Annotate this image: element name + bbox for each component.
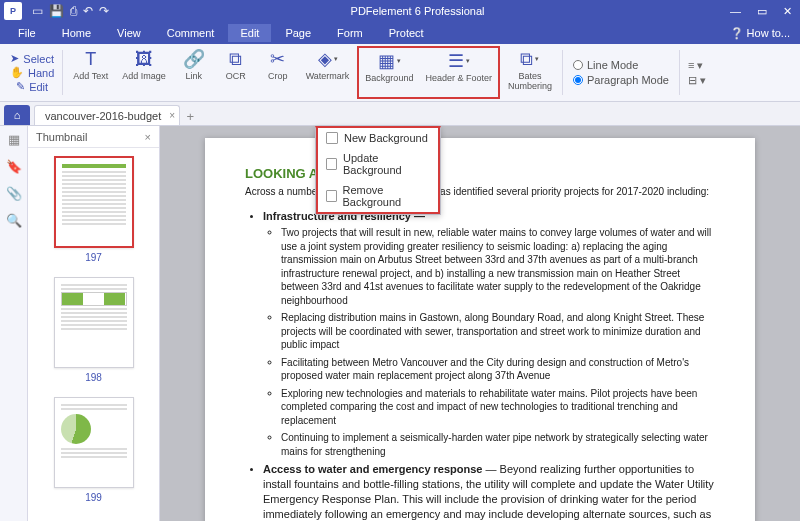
tab-comment[interactable]: Comment <box>155 24 227 42</box>
pencil-icon: ✎ <box>16 80 25 93</box>
print-icon[interactable]: ⎙ <box>70 4 77 18</box>
thumbnail-label: 199 <box>85 492 102 503</box>
pdf-page: LOOKING AHEAD, 2017-2020 Across a number… <box>205 138 755 521</box>
number-list-button[interactable]: ⊟ ▾ <box>688 74 706 87</box>
tab-page[interactable]: Page <box>273 24 323 42</box>
thumbnail-page-199[interactable] <box>54 397 134 488</box>
bates-button[interactable]: ⧉▾Bates Numbering <box>502 46 558 99</box>
thumbnail-label: 197 <box>85 252 102 263</box>
sidebar-rail: ▦ 🔖 📎 🔍 <box>0 126 28 521</box>
home-icon: ⌂ <box>14 109 21 121</box>
thumbnails-icon[interactable]: ▦ <box>8 132 20 147</box>
minimize-button[interactable]: — <box>726 5 745 18</box>
document-tab[interactable]: vancouver-2016-budget× <box>34 105 180 125</box>
titlebar: P ▭ 💾 ⎙ ↶ ↷ PDFelement 6 Professional — … <box>0 0 800 22</box>
doc-icon <box>326 158 337 170</box>
list-options: ≡ ▾ ⊟ ▾ <box>684 46 710 99</box>
tab-protect[interactable]: Protect <box>377 24 436 42</box>
hand-icon: ✋ <box>10 66 24 79</box>
new-tab-button[interactable]: + <box>180 107 200 125</box>
undo-icon[interactable]: ↶ <box>83 4 93 18</box>
cursor-icon: ➤ <box>10 52 19 65</box>
doc-icon <box>326 132 338 144</box>
maximize-button[interactable]: ▭ <box>753 5 771 18</box>
list-item: Exploring new technologies and materials… <box>281 387 715 428</box>
tab-home[interactable]: Home <box>50 24 103 42</box>
text-icon: T <box>80 48 102 70</box>
thumbnail-header: Thumbnail× <box>28 126 159 148</box>
add-text-button[interactable]: TAdd Text <box>67 46 114 99</box>
document-viewport[interactable]: LOOKING AHEAD, 2017-2020 Across a number… <box>160 126 800 521</box>
bates-icon: ⧉▾ <box>519 48 541 70</box>
thumbnail-panel: Thumbnail× 197 198 199 <box>28 126 160 521</box>
bookmarks-icon[interactable]: 🔖 <box>6 159 22 174</box>
headerfooter-icon: ☰▾ <box>448 50 470 72</box>
save-icon[interactable]: 💾 <box>49 4 64 18</box>
doc-icon <box>326 190 337 202</box>
image-icon: 🖼 <box>133 48 155 70</box>
tab-view[interactable]: View <box>105 24 153 42</box>
list-item: Access to water and emergency response —… <box>263 462 715 521</box>
menubar: File Home View Comment Edit Page Form Pr… <box>0 22 800 44</box>
bullet-list-button[interactable]: ≡ ▾ <box>688 59 706 72</box>
tab-edit[interactable]: Edit <box>228 24 271 42</box>
add-image-button[interactable]: 🖼Add Image <box>116 46 172 99</box>
selection-mode-group: ➤Select ✋Hand ✎Edit <box>6 46 58 99</box>
edit-mode-button[interactable]: ✎Edit <box>16 80 48 93</box>
help-link[interactable]: ❔ How to... <box>720 24 800 43</box>
close-panel-icon[interactable]: × <box>145 131 151 143</box>
attachments-icon[interactable]: 📎 <box>6 186 22 201</box>
background-group-highlighted: ▦▾Background ☰▾Header & Footer <box>357 46 500 99</box>
list-item: Infrastructure and resiliency — Two proj… <box>263 209 715 459</box>
list-item: Facilitating between Metro Vancouver and… <box>281 356 715 383</box>
thumbnail-page-198[interactable] <box>54 277 134 368</box>
thumbnail-page-197[interactable] <box>54 156 134 248</box>
background-icon: ▦▾ <box>378 50 400 72</box>
watermark-button[interactable]: ◈▾Watermark <box>300 46 356 99</box>
remove-background-item[interactable]: Remove Background <box>318 180 438 212</box>
ocr-icon: ⧉ <box>225 48 247 70</box>
new-background-item[interactable]: New Background <box>318 128 438 148</box>
link-icon: 🔗 <box>183 48 205 70</box>
background-dropdown: New Background Update Background Remove … <box>315 126 441 215</box>
tab-file[interactable]: File <box>6 24 48 42</box>
close-button[interactable]: ✕ <box>779 5 796 18</box>
tab-form[interactable]: Form <box>325 24 375 42</box>
list-item: Continuing to implement a seismically-ha… <box>281 431 715 458</box>
document-tabbar: ⌂ vancouver-2016-budget× + <box>0 102 800 126</box>
window-title: PDFelement 6 Professional <box>109 5 726 17</box>
background-button[interactable]: ▦▾Background <box>359 48 419 97</box>
header-footer-button[interactable]: ☰▾Header & Footer <box>419 48 498 97</box>
paragraph-mode-radio[interactable]: Paragraph Mode <box>573 74 669 86</box>
select-mode-button[interactable]: ➤Select <box>10 52 54 65</box>
redo-icon[interactable]: ↷ <box>99 4 109 18</box>
search-icon[interactable]: 🔍 <box>6 213 22 228</box>
ocr-button[interactable]: ⧉OCR <box>216 46 256 99</box>
list-item: Two projects that will result in new, re… <box>281 226 715 307</box>
link-button[interactable]: 🔗Link <box>174 46 214 99</box>
open-icon[interactable]: ▭ <box>32 4 43 18</box>
crop-button[interactable]: ✂Crop <box>258 46 298 99</box>
app-icon: P <box>4 2 22 20</box>
editing-mode-group: Line Mode Paragraph Mode <box>567 46 675 99</box>
line-mode-radio[interactable]: Line Mode <box>573 59 669 71</box>
crop-icon: ✂ <box>267 48 289 70</box>
close-tab-icon[interactable]: × <box>169 110 175 121</box>
watermark-icon: ◈▾ <box>317 48 339 70</box>
list-item: Replacing distribution mains in Gastown,… <box>281 311 715 352</box>
thumbnail-label: 198 <box>85 372 102 383</box>
quick-access-toolbar: ▭ 💾 ⎙ ↶ ↷ <box>32 4 109 18</box>
ribbon: ➤Select ✋Hand ✎Edit TAdd Text 🖼Add Image… <box>0 44 800 102</box>
update-background-item[interactable]: Update Background <box>318 148 438 180</box>
home-tab-button[interactable]: ⌂ <box>4 105 30 125</box>
hand-mode-button[interactable]: ✋Hand <box>10 66 54 79</box>
